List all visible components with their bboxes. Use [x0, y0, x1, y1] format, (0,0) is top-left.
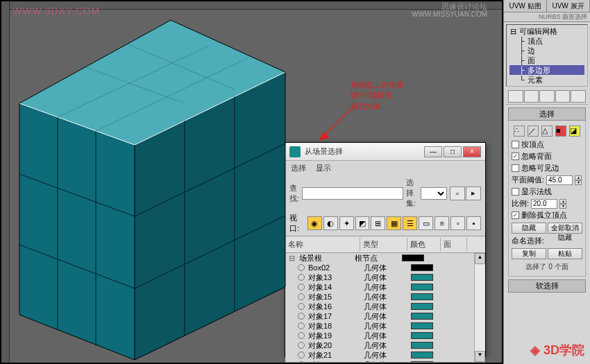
- selection-set-dropdown[interactable]: [421, 187, 447, 200]
- by-vertex-checkbox[interactable]: [512, 141, 519, 148]
- panel-subtitle: NURBS 曲面选择: [504, 12, 590, 22]
- col-color[interactable]: 颜色: [407, 238, 441, 251]
- svg-line-24: [323, 106, 354, 137]
- list-row[interactable]: 对象19几何体: [285, 331, 485, 340]
- subobj-face-icon[interactable]: △: [541, 125, 553, 137]
- col-name[interactable]: 名称: [285, 238, 360, 251]
- filter-helper-icon[interactable]: ⊞: [371, 216, 385, 230]
- configure-icon[interactable]: [571, 90, 586, 103]
- ratio-input[interactable]: [531, 199, 557, 209]
- list-row[interactable]: 对象21几何体: [285, 350, 485, 360]
- color-swatch: [411, 284, 433, 291]
- cube-mesh[interactable]: [11, 10, 296, 363]
- filter-bone-icon[interactable]: ☰: [403, 216, 417, 230]
- color-swatch: [411, 303, 433, 310]
- mod-polygon[interactable]: 多边形: [528, 65, 550, 76]
- delete-iso-checkbox[interactable]: [512, 211, 519, 219]
- list-row[interactable]: 对象13几何体: [285, 272, 485, 282]
- list-row[interactable]: Box02几何体: [285, 263, 485, 272]
- paste-button[interactable]: 粘贴: [548, 248, 582, 259]
- set-button-1[interactable]: ▫: [450, 187, 465, 200]
- annotation-arrow: [316, 103, 357, 144]
- list-row[interactable]: 对象16几何体: [285, 302, 485, 311]
- tab-uvw-unwrap[interactable]: UVW 展开: [547, 0, 590, 12]
- mod-face[interactable]: 面: [528, 55, 535, 66]
- tab-uvw-map[interactable]: UVW 贴图: [504, 0, 547, 12]
- col-face[interactable]: 面: [441, 238, 467, 251]
- color-swatch: [411, 264, 433, 271]
- annotation-text: 按键盘上的快捷 键"H"选择所 有的对象: [351, 80, 404, 112]
- pin-stack-icon[interactable]: [508, 90, 523, 103]
- col-type[interactable]: 类型: [360, 238, 407, 251]
- object-list[interactable]: ⊟ 场景根 根节点 Box02几何体对象13几何体对象14几何体对象15几何体对…: [285, 253, 485, 363]
- filter-xref-icon[interactable]: ≡: [435, 216, 449, 230]
- modifier-stack[interactable]: ⊟可编辑网格 ├顶点 ├边 ├面 ├多边形 └元素: [506, 24, 588, 87]
- filter-btn-a[interactable]: ▫: [450, 216, 465, 230]
- menu-display[interactable]: 显示: [316, 163, 331, 173]
- hide-button[interactable]: 隐藏: [512, 223, 546, 234]
- subobj-vertex-icon[interactable]: ∴: [514, 125, 525, 137]
- subobj-polygon-icon[interactable]: ■: [555, 125, 566, 137]
- planar-spinner[interactable]: ▴▾: [575, 175, 582, 185]
- list-row[interactable]: 对象22几何体: [285, 360, 485, 363]
- mod-edge[interactable]: 边: [528, 46, 535, 56]
- selection-info: 选择了 0 个面: [512, 261, 582, 273]
- color-swatch: [411, 293, 433, 300]
- ignore-vis-checkbox[interactable]: [512, 164, 519, 172]
- dialog-menu: 选择 显示: [285, 161, 485, 175]
- filter-space-icon[interactable]: ▦: [387, 216, 401, 230]
- unique-icon[interactable]: [539, 90, 555, 103]
- list-row[interactable]: 对象14几何体: [285, 282, 485, 292]
- list-row[interactable]: 对象15几何体: [285, 292, 485, 302]
- dialog-titlebar[interactable]: 从场景选择 — □ ×: [285, 143, 485, 161]
- list-row[interactable]: 对象18几何体: [285, 321, 485, 331]
- list-row-root: ⊟ 场景根 根节点: [285, 253, 485, 263]
- planar-threshold-input[interactable]: [546, 175, 573, 185]
- filter-shape-icon[interactable]: ◐: [323, 216, 338, 230]
- rollout-selection[interactable]: 选择: [508, 107, 586, 121]
- color-swatch: [411, 274, 433, 281]
- subobj-element-icon[interactable]: ◪: [569, 125, 580, 137]
- color-swatch: [411, 313, 433, 320]
- color-swatch: [411, 322, 433, 329]
- subobj-edge-icon[interactable]: ／: [528, 125, 539, 137]
- copy-button[interactable]: 复制: [512, 248, 546, 259]
- maximize-button[interactable]: □: [444, 146, 462, 157]
- filter-group-icon[interactable]: ▭: [419, 216, 433, 230]
- dialog-title: 从场景选择: [305, 146, 424, 157]
- set-label: 选择集:: [406, 177, 418, 209]
- ignore-back-checkbox[interactable]: [512, 153, 519, 160]
- filter-btn-b[interactable]: ▪: [466, 216, 481, 230]
- list-row[interactable]: 对象20几何体: [285, 340, 485, 350]
- color-swatch: [411, 352, 433, 358]
- close-button[interactable]: ×: [463, 146, 481, 157]
- mod-editable-mesh: 可编辑网格: [519, 26, 557, 37]
- minimize-button[interactable]: —: [424, 146, 442, 157]
- list-scrollbar[interactable]: [474, 253, 485, 362]
- ruler-vertical: [1, 1, 10, 363]
- watermark-sub: WWW.MISSYUAN.COM: [412, 10, 487, 18]
- search-input[interactable]: [302, 187, 403, 200]
- command-panel: UVW 贴图 UVW 展开 NURBS 曲面选择 ⊟可编辑网格 ├顶点 ├边 ├…: [503, 0, 590, 364]
- color-swatch: [411, 361, 433, 363]
- ratio-spinner[interactable]: ▴▾: [559, 199, 566, 209]
- color-swatch: [402, 254, 424, 261]
- set-button-2[interactable]: ▸: [466, 187, 481, 200]
- show-result-icon[interactable]: [524, 90, 539, 103]
- filter-camera-icon[interactable]: ◩: [355, 216, 370, 230]
- list-header: 名称 类型 颜色 面: [285, 236, 485, 253]
- color-swatch: [411, 332, 433, 339]
- mod-vertex[interactable]: 顶点: [528, 36, 543, 46]
- svg-marker-25: [319, 132, 330, 141]
- select-from-scene-dialog: 从场景选择 — □ × 选择 显示 查找: 选择集: ▫ ▸ 视口: ◉ ◐ ✦…: [285, 142, 486, 357]
- color-swatch: [411, 342, 433, 349]
- logo-3d-academy: 3D学院: [530, 342, 584, 358]
- unhide-all-button[interactable]: 全部取消隐藏: [548, 223, 582, 234]
- filter-light-icon[interactable]: ✦: [339, 216, 354, 230]
- show-normals-checkbox[interactable]: [512, 188, 519, 196]
- remove-mod-icon[interactable]: [555, 90, 571, 103]
- filter-geom-icon[interactable]: ◉: [307, 216, 322, 230]
- mod-element[interactable]: 元素: [528, 75, 543, 85]
- list-row[interactable]: 对象17几何体: [285, 311, 485, 321]
- rollout-soft-selection[interactable]: 软选择: [508, 279, 586, 293]
